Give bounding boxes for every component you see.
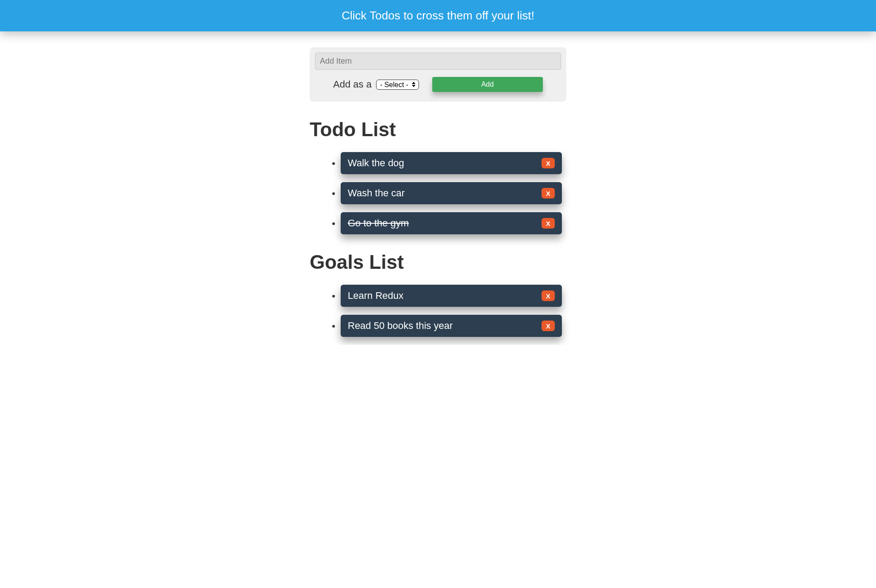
type-select[interactable]: - Select - — [376, 80, 419, 90]
list-item: Learn Redux X — [341, 285, 566, 307]
goal-card[interactable]: Read 50 books this year X — [341, 315, 562, 337]
add-item-input[interactable] — [315, 53, 561, 70]
main-container: Add as a - Select - Add Todo List Walk t… — [310, 31, 566, 337]
type-select-wrap: - Select - — [376, 80, 419, 90]
list-item: Wash the car X — [341, 182, 566, 204]
delete-button[interactable]: X — [542, 321, 555, 331]
delete-button[interactable]: X — [542, 290, 555, 301]
list-item: Walk the dog X — [341, 152, 566, 174]
banner: Click Todos to cross them off your list! — [0, 0, 876, 31]
todo-text: Wash the car — [348, 187, 405, 199]
add-row: Add as a - Select - Add — [315, 77, 561, 92]
todo-card[interactable]: Go to the gym X — [341, 212, 562, 234]
add-as-label: Add as a — [333, 79, 372, 90]
todo-list: Walk the dog X Wash the car X Go to the … — [310, 152, 566, 234]
list-item: Go to the gym X — [341, 212, 566, 234]
goals-list-heading: Goals List — [310, 251, 566, 273]
todo-text: Walk the dog — [348, 157, 404, 169]
goals-list: Learn Redux X Read 50 books this year X — [310, 285, 566, 337]
todo-card[interactable]: Wash the car X — [341, 182, 562, 204]
delete-button[interactable]: X — [542, 158, 555, 168]
goal-text: Read 50 books this year — [348, 320, 453, 332]
goal-card[interactable]: Learn Redux X — [341, 285, 562, 307]
delete-button[interactable]: X — [542, 188, 555, 199]
goal-text: Learn Redux — [348, 290, 403, 302]
todo-text: Go to the gym — [348, 218, 409, 229]
todo-list-heading: Todo List — [310, 118, 566, 141]
banner-text: Click Todos to cross them off your list! — [342, 9, 534, 22]
delete-button[interactable]: X — [542, 218, 555, 229]
add-panel: Add as a - Select - Add — [310, 47, 566, 102]
list-item: Read 50 books this year X — [341, 315, 566, 337]
add-button[interactable]: Add — [432, 77, 543, 92]
todo-card[interactable]: Walk the dog X — [341, 152, 562, 174]
